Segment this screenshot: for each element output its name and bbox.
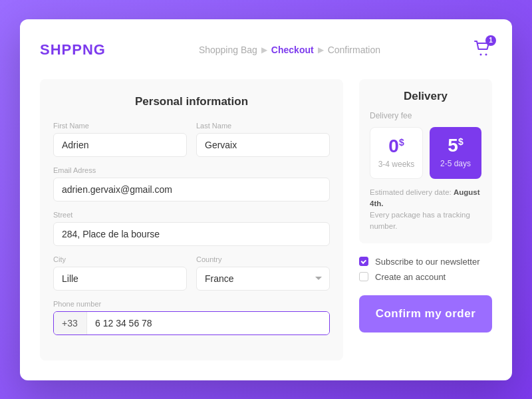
main-content: Personal information First Name Last Nam… (40, 79, 492, 360)
breadcrumb-checkout[interactable]: Checkout (271, 45, 314, 55)
first-name-group: First Name (53, 122, 187, 157)
delivery-options: 0$ 3-4 weeks 5$ 2-5 days (370, 127, 481, 179)
delivery-card: Delivery Delivery fee 0$ 3-4 weeks 5$ 2-… (359, 79, 492, 243)
street-label: Street (53, 211, 330, 219)
newsletter-checkbox[interactable] (359, 257, 368, 266)
right-panel: Delivery Delivery fee 0$ 3-4 weeks 5$ 2-… (359, 79, 492, 360)
cart-badge: 1 (485, 35, 496, 46)
email-input[interactable] (53, 178, 330, 201)
express-currency: $ (458, 136, 464, 146)
last-name-input[interactable] (196, 133, 330, 157)
newsletter-label: Subscribe to our newsletter (375, 257, 480, 267)
delivery-option-express[interactable]: 5$ 2-5 days (430, 127, 481, 179)
email-row: Email Adress (53, 166, 330, 201)
last-name-label: Last Name (196, 122, 330, 130)
phone-prefix: +33 (54, 312, 87, 334)
account-checkbox[interactable] (359, 272, 368, 281)
name-row: First Name Last Name (53, 122, 330, 157)
newsletter-row[interactable]: Subscribe to our newsletter (359, 257, 492, 267)
extra-options: Subscribe to our newsletter Create an ac… (359, 254, 492, 285)
street-row: Street (53, 211, 330, 246)
phone-input-group: +33 (53, 311, 330, 335)
street-input[interactable] (53, 222, 330, 246)
personal-info-panel: Personal information First Name Last Nam… (40, 79, 343, 360)
breadcrumb-confirmation[interactable]: Confirmation (328, 45, 380, 55)
personal-info-title: Personal information (53, 95, 330, 108)
street-group: Street (53, 211, 330, 246)
express-price: 5$ (436, 136, 475, 155)
city-group: City (53, 255, 187, 291)
confirm-order-button[interactable]: Confirm my order (359, 295, 492, 332)
phone-row: Phone number +33 (53, 300, 330, 335)
delivery-note: Estimated delivery date: August 4th. Eve… (370, 187, 481, 233)
standard-time: 3-4 weeks (377, 160, 416, 169)
svg-point-0 (480, 53, 482, 55)
phone-label: Phone number (53, 300, 330, 308)
standard-price: 0$ (377, 137, 416, 156)
svg-point-1 (485, 53, 487, 55)
standard-currency: $ (399, 136, 404, 147)
breadcrumb: Shopping Bag ▶ Checkout ▶ Confirmation (199, 45, 380, 55)
delivery-fee-label: Delivery fee (370, 111, 481, 120)
country-group: Country France Germany United Kingdom Sp… (196, 255, 330, 291)
breadcrumb-sep-2: ▶ (318, 45, 324, 55)
first-name-label: First Name (53, 122, 187, 130)
account-row[interactable]: Create an account (359, 272, 492, 282)
country-label: Country (196, 255, 330, 263)
delivery-tracking-note: Every package has a tracking number. (370, 211, 470, 230)
city-country-row: City Country France Germany United Kingd… (53, 255, 330, 291)
checkout-card: SHPPNG Shopping Bag ▶ Checkout ▶ Confirm… (20, 19, 512, 380)
delivery-title: Delivery (370, 90, 481, 103)
country-select[interactable]: France Germany United Kingdom Spain (196, 267, 330, 291)
account-label: Create an account (375, 272, 446, 282)
delivery-option-standard[interactable]: 0$ 3-4 weeks (370, 127, 423, 179)
header: SHPPNG Shopping Bag ▶ Checkout ▶ Confirm… (40, 39, 492, 61)
express-time: 2-5 days (436, 159, 475, 168)
city-input[interactable] (53, 267, 187, 291)
cart-button[interactable]: 1 (473, 39, 492, 61)
phone-number-input[interactable] (87, 312, 329, 334)
breadcrumb-sep-1: ▶ (261, 45, 267, 55)
delivery-date: August 4th. (370, 188, 480, 207)
email-label: Email Adress (53, 166, 330, 174)
email-group: Email Adress (53, 166, 330, 201)
city-label: City (53, 255, 187, 263)
first-name-input[interactable] (53, 133, 187, 157)
breadcrumb-shopping-bag[interactable]: Shopping Bag (199, 45, 257, 55)
last-name-group: Last Name (196, 122, 330, 157)
phone-group: Phone number +33 (53, 300, 330, 335)
logo: SHPPNG (40, 41, 106, 59)
